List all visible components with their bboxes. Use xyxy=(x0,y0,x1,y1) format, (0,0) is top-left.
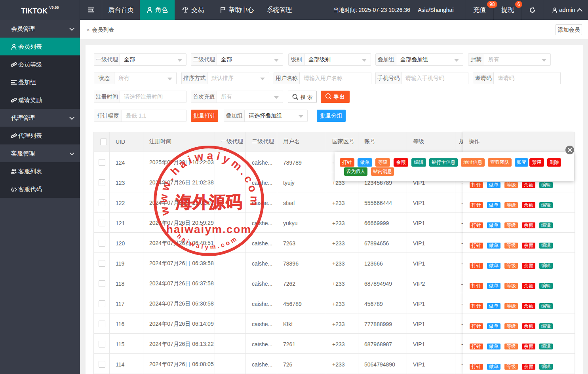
svg-text:海外源码: 海外源码 xyxy=(175,193,242,211)
